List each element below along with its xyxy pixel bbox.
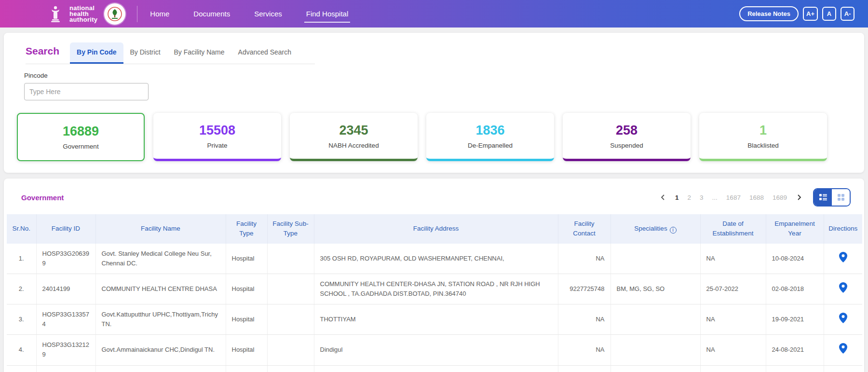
- cell-facility-type: Hospital: [226, 244, 267, 274]
- stat-card-private[interactable]: 15508Private: [153, 113, 281, 161]
- stat-card-suspended[interactable]: 258Suspended: [563, 113, 691, 161]
- tab-by-pin-code[interactable]: By Pin Code: [70, 42, 123, 64]
- cell-specialities: [610, 304, 700, 335]
- column-header-facility-contact: Facility Contact: [558, 214, 610, 244]
- map-pin-icon[interactable]: [839, 252, 847, 265]
- stat-card-blacklisted[interactable]: 1Blacklisted: [699, 113, 827, 161]
- nav-item-documents[interactable]: Documents: [193, 1, 230, 27]
- table-row: 1.HOSP33G206399Govt. Stanley Medical Col…: [7, 244, 862, 274]
- tab-by-facility-name[interactable]: By Facility Name: [167, 42, 231, 64]
- cell-empanelment-year: 24-08-2021: [766, 335, 824, 365]
- font-size-button-a[interactable]: A+: [803, 7, 818, 21]
- cell-date-of-establishment: NA: [700, 365, 766, 372]
- specialities-info-icon[interactable]: i: [670, 227, 677, 234]
- map-pin-icon[interactable]: [839, 313, 847, 326]
- nav-item-home[interactable]: Home: [150, 1, 169, 27]
- cell-empanelment-year: 24-08-2021: [766, 365, 824, 372]
- column-header-facility-name: Facility Name: [95, 214, 226, 244]
- prev-page-icon[interactable]: [660, 194, 666, 201]
- cell-facility-name: Govt. Stanley Medical College Neu Sur, C…: [95, 244, 226, 274]
- release-notes-button[interactable]: Release Notes: [739, 6, 799, 21]
- cell-directions: [824, 365, 862, 372]
- page-number-1[interactable]: 1: [675, 194, 679, 201]
- tab-advanced-search[interactable]: Advanced Search: [231, 42, 298, 64]
- column-header-specialities: Specialitiesi: [610, 214, 700, 244]
- cell-facility-address: COMMUNITY HEALTH CENTER-DHASA JN, STATIO…: [314, 274, 558, 304]
- column-header-sr-no: Sr.No.: [7, 214, 36, 244]
- cell-sr-no: 4.: [7, 335, 36, 365]
- page-number-1688[interactable]: 1688: [749, 194, 764, 201]
- nav-item-find-hospital[interactable]: Find Hospital: [306, 1, 349, 27]
- cell-date-of-establishment: NA: [700, 244, 766, 274]
- cell-facility-id: HOSP33G132129: [36, 335, 95, 365]
- map-pin-icon[interactable]: [839, 282, 847, 296]
- table-row: 4.HOSP33G132129Govt.Ammainaickanur CHC,D…: [7, 335, 862, 365]
- main-navigation: HomeDocumentsServicesFind Hospital: [150, 1, 348, 27]
- column-header-facility-id: Facility ID: [36, 214, 95, 244]
- cell-facility-contact: NA: [558, 244, 610, 274]
- column-header-facility-sub-type: Facility Sub-Type: [267, 214, 314, 244]
- pincode-input[interactable]: [24, 83, 149, 100]
- cell-facility-id: HOSP33G206399: [36, 244, 95, 274]
- stat-card-nabh-accredited[interactable]: 2345NABH Accredited: [290, 113, 418, 161]
- cell-facility-type: Hospital: [226, 335, 267, 365]
- map-pin-icon[interactable]: [839, 343, 847, 357]
- cell-facility-sub-type: [267, 244, 314, 274]
- cell-facility-type: Hospital: [226, 365, 267, 372]
- stat-card-government[interactable]: 16889Government: [17, 113, 145, 161]
- cell-facility-type: Hospital: [226, 304, 267, 335]
- stat-label: Government: [63, 143, 98, 150]
- cell-facility-sub-type: [267, 365, 314, 372]
- nav-divider: [137, 6, 137, 22]
- stat-value: 258: [616, 123, 637, 138]
- font-size-buttons: A+AA-: [803, 7, 854, 21]
- cell-date-of-establishment: 25-07-2022: [700, 274, 766, 304]
- font-size-button-a[interactable]: A-: [841, 7, 854, 21]
- cell-facility-name: Govt.Kattuputthur UPHC,Thottiyam,Trichy …: [95, 304, 226, 335]
- view-toggle: [813, 188, 851, 207]
- pagination: 123...168716881689: [660, 194, 802, 201]
- tab-by-district[interactable]: By District: [123, 42, 167, 64]
- stat-label: NABH Accredited: [328, 142, 379, 149]
- cell-date-of-establishment: NA: [700, 304, 766, 335]
- stat-value: 2345: [339, 123, 368, 138]
- table-row: 5.HOSP33G132131Govt.UPHC Achirapakkam,Ch…: [7, 365, 862, 372]
- cell-sr-no: 1.: [7, 244, 36, 274]
- cell-facility-name: Govt.UPHC Achirapakkam,Chengalpattu TN.: [95, 365, 226, 372]
- grid-view-icon[interactable]: [832, 189, 850, 206]
- font-size-button-a[interactable]: A: [822, 7, 836, 21]
- cell-facility-address: THOTTIYAM: [314, 304, 558, 335]
- cell-specialities: [610, 365, 700, 372]
- cell-directions: [824, 335, 862, 365]
- search-panel: Search By Pin CodeBy DistrictBy Facility…: [4, 33, 864, 173]
- cell-facility-contact: NA: [558, 335, 610, 365]
- column-header-date-of-establishment: Date of Establishment: [700, 214, 766, 244]
- cell-facility-id: 24014199: [36, 274, 95, 304]
- cell-sr-no: 5.: [7, 365, 36, 372]
- top-navbar: national health authority HomeDocumentsS…: [0, 0, 868, 28]
- cell-empanelment-year: 10-08-2024: [766, 244, 824, 274]
- cell-empanelment-year: 02-08-2018: [766, 274, 824, 304]
- page-number-3[interactable]: 3: [700, 194, 704, 201]
- facilities-table: Sr.No.Facility IDFacility NameFacility T…: [7, 214, 862, 372]
- cell-date-of-establishment: NA: [700, 335, 766, 365]
- stat-value: 15508: [199, 123, 235, 138]
- nha-brand-text: national health authority: [69, 5, 97, 23]
- column-header-facility-address: Facility Address: [314, 214, 558, 244]
- cell-specialities: [610, 244, 700, 274]
- nha-brand[interactable]: national health authority: [48, 3, 125, 25]
- page-number-2[interactable]: 2: [688, 194, 692, 201]
- cell-facility-contact: NA: [558, 365, 610, 372]
- cell-facility-address: chenagalpattu: [314, 365, 558, 372]
- cell-facility-id: HOSP33G133574: [36, 304, 95, 335]
- cell-facility-name: COMMUNITY HEALTH CENTRE DHASA: [95, 274, 226, 304]
- stat-label: Blacklisted: [747, 142, 779, 149]
- next-page-icon[interactable]: [796, 194, 802, 201]
- nav-item-services[interactable]: Services: [254, 1, 282, 27]
- page-number-1687[interactable]: 1687: [726, 194, 741, 201]
- stat-card-de-empanelled[interactable]: 1836De-Empanelled: [426, 113, 554, 161]
- stat-value: 1: [760, 123, 767, 138]
- results-panel: Government 123...168716881689: [4, 179, 864, 372]
- list-view-icon[interactable]: [814, 189, 832, 206]
- page-number-1689[interactable]: 1689: [773, 194, 787, 201]
